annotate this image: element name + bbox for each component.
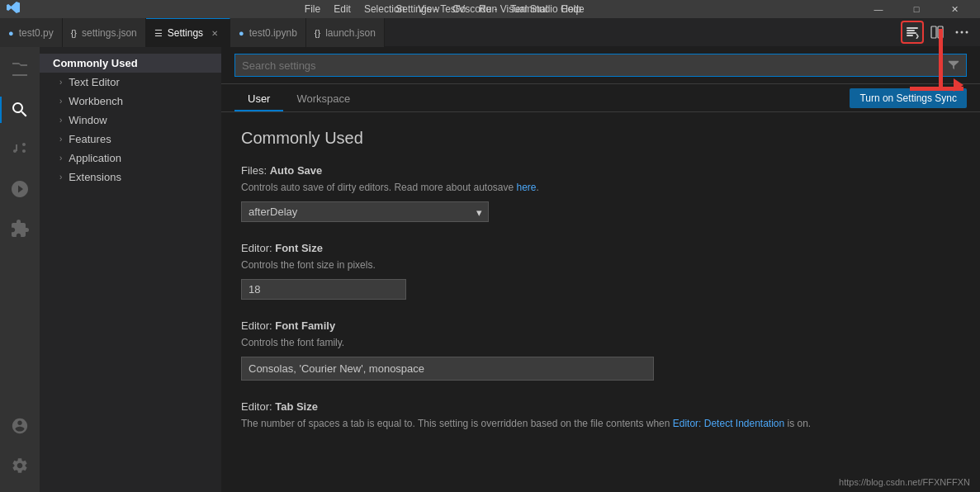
activity-icon-extensions[interactable] (0, 209, 40, 248)
nav-items-container: Commonly Used›Text Editor›Workbench›Wind… (40, 54, 221, 187)
fontsize-label: Editor: Font Size (241, 242, 960, 254)
tabsize-desc: The number of spaces a tab is equal to. … (241, 416, 960, 431)
fontsize-label-bold: Font Size (275, 242, 323, 254)
open-settings-json-icon (906, 26, 919, 39)
fontfamily-label-prefix: Editor: (241, 319, 275, 332)
settings-tab-group: User Workspace (234, 88, 363, 111)
nav-label-application: Application (69, 152, 121, 164)
tab-test0py-icon: ● (8, 28, 14, 38)
fontfamily-label: Editor: Font Family (241, 319, 960, 332)
svg-point-6 (956, 31, 959, 34)
nav-chevron-features: › (59, 135, 62, 144)
activity-icon-remote[interactable] (0, 406, 40, 446)
nav-chevron-workbench: › (59, 97, 62, 106)
activity-bar-bottom (0, 406, 40, 492)
tab-settingsjson[interactable]: {}settings.json (63, 18, 146, 47)
main-layout: Commonly Used›Text Editor›Workbench›Wind… (0, 47, 980, 492)
svg-point-7 (961, 31, 963, 34)
nav-chevron-extensions: › (59, 173, 62, 182)
menu-bar[interactable] (7, 1, 26, 17)
menu-file[interactable]: File (298, 2, 327, 17)
tab-settings[interactable]: ☰Settings✕ (146, 18, 230, 47)
fontfamily-label-bold: Font Family (275, 319, 335, 332)
autosave-label-prefix: Files: (241, 164, 270, 177)
tab-settings-close[interactable]: ✕ (208, 26, 221, 40)
autosave-link[interactable]: here (517, 182, 537, 193)
title-bar: FileEditSelectionViewGoRunTerminalHelp S… (0, 0, 980, 18)
tab-settingsjson-icon: {} (71, 28, 77, 38)
nav-label-features: Features (69, 133, 111, 145)
content-area: Commonly Used›Text Editor›Workbench›Wind… (40, 47, 980, 492)
svg-rect-2 (907, 32, 916, 34)
nav-item-window[interactable]: ›Window (40, 111, 221, 130)
minimize-button[interactable]: — (859, 0, 897, 18)
nav-item-extensions[interactable]: ›Extensions (40, 168, 221, 187)
autosave-desc: Controls auto save of dirty editors. Rea… (241, 180, 960, 195)
setting-group-tabsize: Editor: Tab Size The number of spaces a … (241, 400, 960, 431)
filter-icon[interactable] (948, 59, 959, 73)
tab-settingsjson-label: settings.json (82, 27, 137, 39)
tab-launchjson[interactable]: {}launch.json (306, 18, 385, 47)
split-editor-button[interactable] (926, 21, 949, 44)
search-input[interactable] (242, 59, 948, 72)
nav-item-application[interactable]: ›Application (40, 149, 221, 168)
autosave-select[interactable]: off afterDelay afterWindowChange onFocus… (241, 201, 489, 222)
nav-chevron-text-editor: › (59, 78, 62, 87)
tab-test0py[interactable]: ●test0.py (0, 18, 63, 47)
open-settings-json-button[interactable] (901, 21, 924, 44)
section-title: Commonly Used (241, 129, 960, 148)
fontsize-desc: Controls the font size in pixels. (241, 258, 960, 272)
autosave-label-bold: Auto Save (270, 164, 323, 177)
nav-chevron-application: › (59, 154, 62, 163)
setting-group-fontsize: Editor: Font Size Controls the font size… (241, 242, 960, 300)
more-actions-icon (955, 26, 968, 39)
split-editor-icon (930, 26, 944, 39)
activity-bar (0, 47, 40, 492)
nav-label-commonly-used: Commonly Used (53, 57, 138, 69)
window-controls[interactable]: — □ ✕ (859, 0, 973, 18)
activity-icon-run[interactable] (0, 169, 40, 209)
sync-button[interactable]: Turn on Settings Sync (850, 88, 967, 108)
settings-panel: Commonly Used Files: Auto Save Controls … (221, 112, 980, 467)
menu-edit[interactable]: Edit (327, 2, 357, 17)
fontfamily-desc: Controls the font family. (241, 335, 960, 350)
setting-group-fontfamily: Editor: Font Family Controls the font fa… (241, 319, 960, 381)
svg-point-8 (966, 31, 968, 34)
watermark: https://blog.csdn.net/FFXNFFXN (839, 477, 970, 487)
nav-label-text-editor: Text Editor (69, 76, 119, 88)
more-actions-button[interactable] (950, 21, 973, 44)
tabsize-label: Editor: Tab Size (241, 400, 960, 413)
tab-launchjson-label: launch.json (325, 27, 376, 39)
fontsize-label-prefix: Editor: (241, 242, 275, 254)
search-bar-container (221, 47, 980, 84)
fontsize-input[interactable] (241, 279, 406, 300)
user-tab[interactable]: User (234, 88, 283, 111)
nav-item-commonly-used[interactable]: Commonly Used (40, 54, 221, 73)
nav-label-window: Window (69, 114, 107, 126)
detect-indentation-link[interactable]: Editor: Detect Indentation (673, 418, 784, 429)
autosave-select-wrapper: off afterDelay afterWindowChange onFocus… (241, 201, 489, 222)
settings-content: User Workspace Turn on Settings Sync Com… (221, 47, 980, 492)
activity-icon-source-control[interactable] (0, 130, 40, 169)
search-bar[interactable] (234, 54, 967, 77)
svg-rect-0 (907, 27, 918, 29)
tab-test0py-label: test0.py (19, 27, 54, 39)
activity-icon-search[interactable] (0, 90, 40, 130)
svg-rect-5 (938, 26, 943, 38)
fontfamily-input[interactable] (241, 357, 654, 381)
tab-bar: ●test0.py{}settings.json☰Settings✕●test0… (0, 18, 980, 47)
tab-settings-label: Settings (168, 27, 203, 39)
tab-test0ipynb-icon: ● (239, 28, 244, 38)
svg-rect-4 (931, 26, 936, 38)
close-button[interactable]: ✕ (935, 0, 973, 18)
activity-icon-manage[interactable] (0, 446, 40, 485)
setting-group-autosave: Files: Auto Save Controls auto save of d… (241, 164, 960, 222)
nav-item-features[interactable]: ›Features (40, 130, 221, 149)
workspace-tab[interactable]: Workspace (283, 88, 363, 111)
activity-icon-explorer[interactable] (0, 50, 40, 90)
nav-item-text-editor[interactable]: ›Text Editor (40, 73, 221, 92)
nav-item-workbench[interactable]: ›Workbench (40, 92, 221, 111)
tab-test0ipynb[interactable]: ●test0.ipynb (230, 18, 306, 47)
maximize-button[interactable]: □ (897, 0, 935, 18)
settings-tabs: User Workspace Turn on Settings Sync (221, 84, 980, 112)
